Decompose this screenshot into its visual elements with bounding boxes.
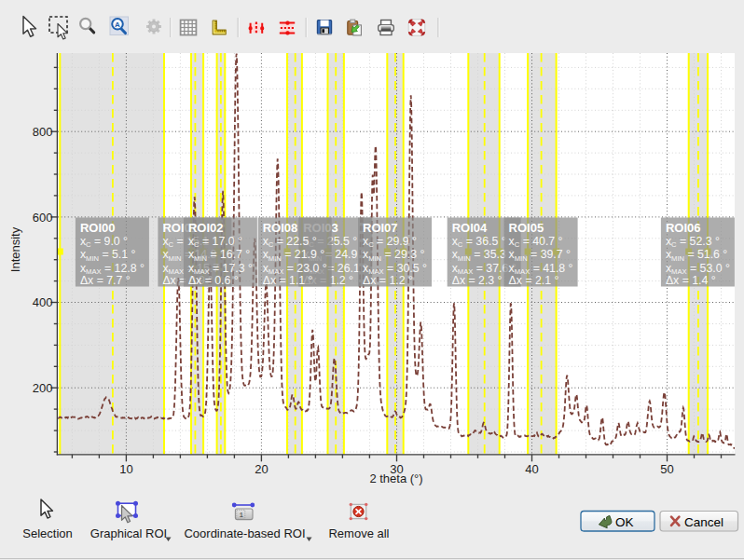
svg-text:Intensity: Intensity (8, 226, 22, 272)
svg-text:Δx = 0.6 °: Δx = 0.6 ° (188, 274, 239, 287)
svg-text:Graphical ROI: Graphical ROI (90, 526, 167, 540)
svg-text:ROI02: ROI02 (188, 221, 224, 235)
svg-text:ROI05: ROI05 (509, 221, 544, 235)
svg-text:Selection: Selection (22, 526, 72, 540)
svg-text:ROI00: ROI00 (80, 221, 116, 235)
svg-text:20: 20 (255, 462, 268, 476)
svg-text:Remove all: Remove all (328, 526, 389, 540)
svg-text:ROI06: ROI06 (666, 221, 701, 235)
svg-text:Δx = 1.1 °: Δx = 1.1 ° (263, 274, 313, 287)
svg-text:ROI08: ROI08 (263, 221, 298, 235)
svg-text:Δx = 1.4 °: Δx = 1.4 ° (666, 274, 716, 287)
svg-text:Coordinate-based ROI: Coordinate-based ROI (184, 526, 305, 540)
svg-text:40: 40 (525, 462, 538, 476)
svg-text:Δx = 2.1 °: Δx = 2.1 ° (509, 274, 559, 287)
svg-text:200: 200 (33, 381, 53, 395)
svg-text:OK: OK (615, 515, 634, 529)
svg-text:ROI04: ROI04 (452, 221, 488, 235)
svg-text:50: 50 (660, 462, 673, 476)
svg-text:2 theta (°): 2 theta (°) (369, 471, 422, 485)
svg-text:Δx = 7.7 °: Δx = 7.7 ° (80, 274, 131, 287)
svg-text:Cancel: Cancel (684, 515, 723, 529)
svg-text:Δx = 2.3 °: Δx = 2.3 ° (452, 274, 503, 287)
svg-text:Δx = 1.2 °: Δx = 1.2 ° (363, 274, 413, 287)
svg-text:400: 400 (33, 295, 53, 309)
svg-text:ROI07: ROI07 (363, 221, 398, 235)
svg-text:800: 800 (33, 125, 53, 139)
svg-text:1: 1 (239, 512, 243, 519)
svg-text:10: 10 (119, 462, 132, 476)
svg-text:A: A (115, 20, 120, 29)
svg-text:600: 600 (33, 211, 53, 225)
